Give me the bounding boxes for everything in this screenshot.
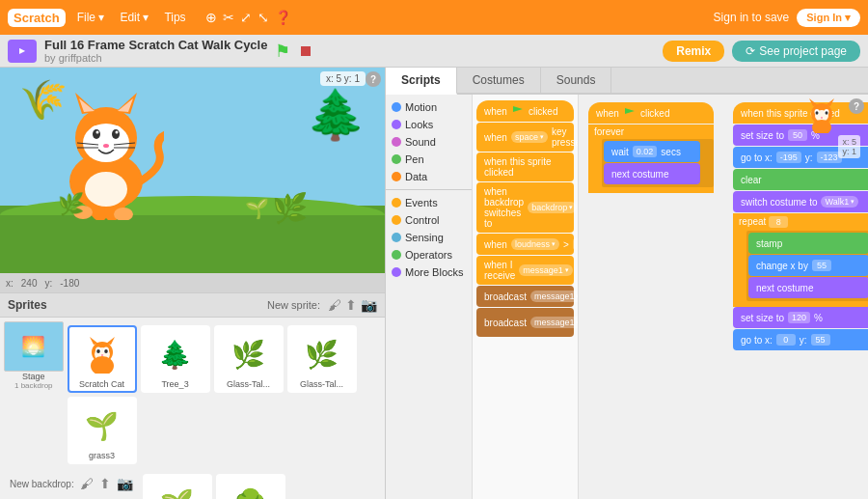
- palette-block-backdrop-switches[interactable]: when backdrop switches to backdrop: [476, 182, 574, 233]
- stage-sprite-item[interactable]: 🌅 Stage 1 backdrop: [4, 321, 64, 390]
- category-control[interactable]: Control: [386, 211, 472, 229]
- palette-block-broadcast[interactable]: broadcast message1: [476, 286, 574, 307]
- stage-icon: ▶: [8, 40, 37, 63]
- repeat-inner: stamp change x by 55 next costume: [746, 231, 868, 301]
- green-flag-button[interactable]: ⚑: [275, 41, 290, 62]
- stage-sublabel: 1 backdrop: [4, 381, 64, 390]
- category-looks[interactable]: Looks: [386, 116, 472, 133]
- sprite-item-grass2[interactable]: 🌱 grass2: [143, 474, 212, 499]
- remix-button[interactable]: Remix: [663, 41, 724, 62]
- camera-backdrop-icon[interactable]: 📷: [117, 476, 133, 491]
- sign-in-button[interactable]: Sign In ▾: [797, 9, 860, 27]
- pen-label: Pen: [405, 153, 424, 165]
- paint-sprite-icon[interactable]: 🖌: [328, 297, 341, 313]
- pen-dot: [392, 154, 401, 164]
- palette-block-sprite-clicked[interactable]: when this sprite clicked: [476, 152, 574, 181]
- sprite-item-tree3[interactable]: 🌲 Tree_3: [141, 325, 210, 393]
- sprite-item-grass3[interactable]: 🌱 grass3: [68, 397, 137, 464]
- sprite-thumb-tree3: 🌲: [145, 329, 206, 379]
- block-repeat[interactable]: repeat 8 stamp change x by 55 next costu…: [733, 213, 868, 307]
- camera-sprite-icon[interactable]: 📷: [361, 297, 377, 313]
- tab-scripts[interactable]: Scripts: [386, 68, 457, 95]
- stage-area: 🌲 🌿 🌾 🌿 🌱 x: 5 y: 1 ? x: 240 y: -180 Spr…: [0, 68, 386, 499]
- x-coord-label: x:: [6, 278, 14, 289]
- block-clear[interactable]: clear: [733, 169, 868, 190]
- svg-point-9: [93, 129, 100, 139]
- duplicate-icon[interactable]: ⊕: [205, 10, 217, 25]
- sprite-item-glass2[interactable]: 🌿 Glass-Tal...: [287, 325, 357, 393]
- palette-block-loudness[interactable]: when loudness > 10: [476, 234, 574, 255]
- looks-dot: [392, 120, 401, 129]
- sprite-item-scratch-cat[interactable]: Scratch Cat: [68, 325, 137, 393]
- category-pen[interactable]: Pen: [386, 151, 472, 168]
- block-next-costume-2[interactable]: next costume: [748, 277, 868, 298]
- blocks-palette: when clicked when space key pressed when…: [473, 95, 579, 499]
- block-change-x[interactable]: change x by 55: [748, 255, 868, 276]
- block-when-flag-clicked[interactable]: when clicked: [588, 102, 714, 124]
- shrink-icon[interactable]: ⤡: [258, 10, 269, 25]
- block-wait-secs[interactable]: wait 0.02 secs: [604, 141, 700, 162]
- scripts-tabs: Scripts Costumes Sounds: [386, 68, 868, 95]
- xy-display: x: 5 y: 1: [320, 71, 366, 86]
- block-stamp[interactable]: stamp: [748, 233, 868, 254]
- sprite-name-glass1: Glass-Tal...: [218, 379, 280, 389]
- edit-menu[interactable]: Edit ▾: [116, 9, 152, 26]
- palette-block-receive[interactable]: when I receive message1: [476, 256, 574, 285]
- sprite-name-glass2: Glass-Tal...: [291, 379, 353, 389]
- palette-block-key-pressed[interactable]: when space key pressed: [476, 123, 574, 152]
- category-motion[interactable]: Motion: [386, 98, 472, 116]
- forever-inner: wait 0.02 secs next costume: [602, 139, 714, 187]
- scripting-help-button[interactable]: ?: [849, 98, 864, 114]
- category-events[interactable]: Events: [386, 194, 472, 211]
- tab-costumes[interactable]: Costumes: [457, 68, 541, 93]
- sprite-item-tree2[interactable]: 🌳 Tree_2: [216, 474, 285, 499]
- sprite-item-glass1[interactable]: 🌿 Glass-Tal...: [214, 325, 284, 393]
- svg-point-6: [83, 124, 129, 162]
- svg-point-10: [112, 129, 120, 139]
- scratch-logo[interactable]: Scratch: [8, 9, 66, 27]
- block-forever[interactable]: forever wait 0.02 secs next costume: [588, 125, 714, 193]
- paint-backdrop-icon[interactable]: 🖌: [80, 476, 94, 491]
- blocks-area: Motion Looks Sound Pen Data: [386, 95, 868, 499]
- grow-icon[interactable]: ⤢: [240, 10, 252, 25]
- stop-button[interactable]: ⏹: [298, 42, 313, 60]
- block-switch-costume[interactable]: switch costume to Walk1: [733, 191, 868, 212]
- category-more-blocks[interactable]: More Blocks: [386, 263, 472, 281]
- category-sound[interactable]: Sound: [386, 133, 472, 151]
- sprite-thumb-glass2: 🌿: [291, 329, 353, 379]
- category-operators[interactable]: Operators: [386, 246, 472, 263]
- palette-block-flag-clicked[interactable]: when clicked: [476, 100, 574, 122]
- svg-marker-24: [90, 337, 98, 345]
- svg-marker-34: [809, 98, 818, 106]
- new-sprite-label: New sprite:: [267, 299, 320, 311]
- data-dot: [392, 172, 401, 181]
- upload-sprite-icon[interactable]: ⬆: [345, 297, 357, 313]
- tips-menu[interactable]: Tips: [160, 9, 189, 26]
- block-set-size-120[interactable]: set size to 120 %: [733, 307, 868, 328]
- sprite-thumb-cat: [71, 329, 133, 379]
- palette-block-broadcast-wait[interactable]: broadcast message1 and wait: [476, 308, 574, 337]
- svg-point-22: [85, 172, 127, 207]
- control-dot: [392, 215, 401, 225]
- block-next-costume[interactable]: next costume: [604, 163, 700, 184]
- see-project-button[interactable]: ⟳ See project page: [732, 41, 860, 62]
- delete-icon[interactable]: ✂: [223, 10, 234, 25]
- looks-label: Looks: [405, 119, 433, 130]
- categories-panel: Motion Looks Sound Pen Data: [386, 95, 473, 499]
- sprites-header: Sprites New sprite: 🖌 ⬆ 📷: [0, 293, 385, 318]
- stage-help-button[interactable]: ?: [366, 71, 381, 87]
- category-sensing[interactable]: Sensing: [386, 229, 472, 246]
- main-area: 🌲 🌿 🌾 🌿 🌱 x: 5 y: 1 ? x: 240 y: -180 Spr…: [0, 68, 868, 499]
- sprite-name-grass3: grass3: [71, 451, 133, 460]
- block-when-sprite-clicked[interactable]: when this sprite clicked: [733, 102, 868, 124]
- tab-sounds[interactable]: Sounds: [541, 68, 612, 93]
- scripting-canvas: when clicked forever wait 0.02 secs next…: [579, 95, 868, 499]
- sound-label: Sound: [405, 136, 436, 148]
- coord-bar: x: 240 y: -180: [0, 273, 385, 292]
- file-menu[interactable]: File ▾: [73, 9, 109, 26]
- help-icon[interactable]: ❓: [275, 10, 291, 25]
- upload-backdrop-icon[interactable]: ⬆: [99, 476, 111, 491]
- category-data[interactable]: Data: [386, 168, 472, 185]
- svg-point-41: [821, 117, 823, 118]
- block-go-to-x-y-2[interactable]: go to x: 0 y: 55: [733, 329, 868, 350]
